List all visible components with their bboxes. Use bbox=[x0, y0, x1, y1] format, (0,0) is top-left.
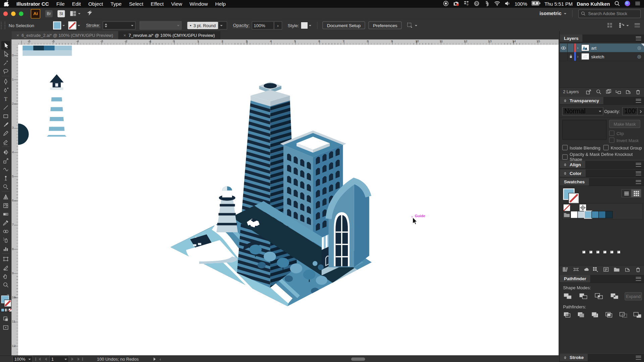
document-tab-active[interactable]: × 7_revolve.ai* @ 100% (CMYK/GPU Preview… bbox=[118, 31, 220, 39]
control-bar-menu-icon[interactable] bbox=[635, 23, 640, 27]
color-themes-icon[interactable] bbox=[573, 266, 579, 272]
panel-menu-icon[interactable] bbox=[636, 356, 641, 359]
delete-layer-icon[interactable] bbox=[635, 88, 641, 95]
magic-wand-tool[interactable] bbox=[1, 58, 10, 67]
dropbox-sync-icon[interactable]: 0 bbox=[463, 0, 469, 8]
graphic-style-control[interactable] bbox=[301, 22, 312, 29]
unite-button[interactable] bbox=[563, 293, 572, 301]
apple-menu-icon[interactable] bbox=[0, 0, 13, 8]
search-input[interactable] bbox=[587, 11, 634, 16]
color-swatch[interactable] bbox=[606, 212, 612, 218]
opacity-mask-define-checkbox[interactable] bbox=[562, 154, 568, 160]
crop-button[interactable] bbox=[605, 311, 614, 319]
last-artboard-button[interactable] bbox=[77, 358, 83, 361]
preferences-button[interactable]: Preferences bbox=[368, 21, 402, 29]
tab-layers[interactable]: Layers bbox=[560, 35, 583, 42]
pen-tool[interactable] bbox=[1, 77, 10, 86]
vertical-ruler[interactable]: 0123456789101112 bbox=[11, 45, 18, 355]
type-tool[interactable]: T bbox=[1, 95, 10, 103]
collapse-icon[interactable] bbox=[564, 171, 566, 176]
menu-select[interactable]: Select bbox=[125, 1, 147, 7]
new-swatch-icon[interactable] bbox=[624, 266, 630, 272]
bridge-button[interactable]: Br bbox=[45, 10, 53, 17]
next-artboard-button[interactable] bbox=[71, 358, 75, 361]
panel-menu-icon[interactable] bbox=[636, 36, 641, 40]
eraser-tool[interactable] bbox=[1, 137, 10, 146]
workspace-switcher[interactable]: isometric bbox=[540, 11, 567, 16]
rotate-tool[interactable] bbox=[1, 148, 10, 157]
layer-row-sketch[interactable]: › sketch ◎ bbox=[560, 52, 644, 61]
layer-name[interactable]: sketch bbox=[591, 54, 604, 59]
zoom-level-control[interactable]: 100% bbox=[12, 356, 33, 362]
menu-clock[interactable]: Thu 5:51 PM bbox=[544, 1, 573, 7]
tab-stroke[interactable]: Stroke bbox=[560, 354, 588, 361]
stroke-weight-stepper[interactable] bbox=[105, 22, 109, 29]
minus-front-button[interactable] bbox=[579, 293, 588, 301]
previous-artboard-button[interactable] bbox=[43, 358, 47, 361]
stroke-color-control[interactable] bbox=[68, 21, 80, 29]
siri-icon[interactable] bbox=[624, 0, 630, 8]
rectangle-tool[interactable] bbox=[1, 112, 10, 120]
swatch-group-folder-icon[interactable] bbox=[564, 212, 570, 217]
camera-status-icon[interactable] bbox=[453, 0, 459, 8]
perspective-grid-tool[interactable] bbox=[1, 192, 10, 201]
opacity-field[interactable]: 100% bbox=[252, 21, 274, 29]
tab-swatches[interactable]: Swatches bbox=[560, 178, 589, 185]
locate-object-icon[interactable] bbox=[596, 88, 602, 95]
layer-name[interactable]: art bbox=[591, 45, 596, 50]
lock-toggle[interactable] bbox=[568, 52, 574, 61]
color-type-buttons[interactable] bbox=[1, 309, 12, 312]
adobe-stock-search[interactable] bbox=[578, 9, 641, 18]
line-segment-tool[interactable] bbox=[1, 103, 10, 112]
new-layer-icon[interactable] bbox=[625, 88, 631, 95]
arrange-documents-button[interactable] bbox=[70, 11, 80, 16]
menu-app-name[interactable]: Illustrator CC bbox=[13, 1, 53, 7]
expand-button[interactable]: Expand bbox=[625, 292, 642, 300]
scale-tool[interactable] bbox=[1, 157, 10, 165]
expand-layer-icon[interactable]: › bbox=[576, 46, 580, 50]
status-flyout-icon[interactable] bbox=[153, 358, 157, 361]
menu-user-name[interactable]: Dano Kuhlken bbox=[577, 1, 610, 7]
lasso-tool[interactable] bbox=[1, 67, 10, 76]
tab-align[interactable]: Align bbox=[560, 161, 585, 168]
first-artboard-button[interactable] bbox=[35, 358, 41, 361]
variable-width-profile[interactable]: • 3 pt. Round bbox=[187, 21, 218, 29]
add-to-library-icon[interactable] bbox=[584, 266, 590, 272]
stroke-panel-header[interactable]: Stroke bbox=[560, 354, 644, 362]
menu-view[interactable]: View bbox=[167, 1, 186, 7]
outline-button[interactable] bbox=[619, 311, 628, 319]
exclude-button[interactable] bbox=[610, 293, 619, 301]
make-clipping-mask-icon[interactable] bbox=[605, 88, 611, 95]
menu-effect[interactable]: Effect bbox=[147, 1, 167, 7]
list-view-button[interactable] bbox=[622, 189, 631, 197]
new-color-group-icon[interactable] bbox=[613, 266, 620, 272]
shape-builder-tool[interactable] bbox=[1, 182, 10, 191]
collapse-icon[interactable] bbox=[564, 98, 566, 103]
tab-color[interactable]: Color bbox=[560, 170, 586, 177]
screen-mode-button[interactable] bbox=[1, 323, 10, 332]
collapse-icon[interactable] bbox=[564, 162, 566, 167]
layer-target-icon[interactable]: ◎ bbox=[637, 45, 641, 51]
drawing-modes-button[interactable] bbox=[1, 314, 10, 323]
minus-back-button[interactable] bbox=[633, 311, 642, 319]
close-tab-icon[interactable]: × bbox=[123, 33, 126, 38]
notification-center-icon[interactable] bbox=[635, 0, 641, 8]
visibility-toggle[interactable] bbox=[560, 52, 568, 61]
expand-layer-icon[interactable]: › bbox=[576, 54, 580, 59]
stroke-swatch[interactable] bbox=[68, 21, 76, 29]
opacity-slider-button[interactable]: › bbox=[637, 107, 644, 115]
stock-button[interactable]: St bbox=[57, 10, 65, 17]
zoom-tool[interactable] bbox=[1, 280, 10, 289]
layer-thumbnail[interactable] bbox=[581, 44, 589, 51]
scroll-left-arrow[interactable]: ‹ bbox=[160, 357, 161, 362]
stroke-proxy[interactable] bbox=[4, 300, 11, 307]
swatch-none[interactable] bbox=[564, 204, 570, 211]
intersect-button[interactable] bbox=[594, 293, 603, 301]
collapse-icon[interactable] bbox=[564, 355, 566, 360]
new-sublayer-icon[interactable] bbox=[615, 88, 621, 95]
opacity-label[interactable]: Opacity: bbox=[233, 22, 250, 28]
menu-help[interactable]: Help bbox=[212, 1, 230, 7]
grid-options-icon[interactable] bbox=[607, 22, 613, 28]
artboard-canvas[interactable]: × Guide bbox=[18, 45, 558, 355]
hand-tool[interactable] bbox=[1, 272, 10, 281]
